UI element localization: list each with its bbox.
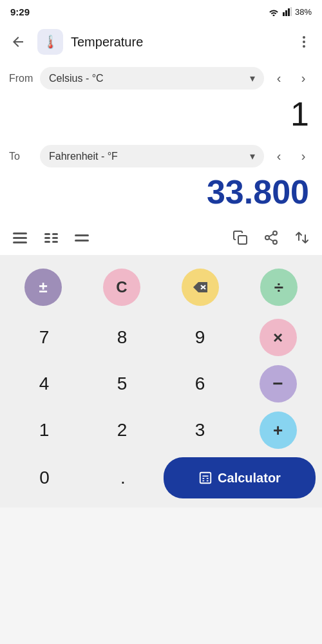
from-unit-text: Celsius - °C: [49, 73, 104, 84]
back-icon: [10, 34, 26, 50]
key-1[interactable]: 1: [6, 407, 82, 453]
back-button[interactable]: [6, 30, 30, 53]
list-full-button[interactable]: [9, 227, 31, 249]
divide-button[interactable]: ÷: [260, 269, 298, 306]
wifi-icon: [268, 7, 279, 16]
minus-button[interactable]: −: [260, 365, 297, 402]
svg-point-6: [303, 45, 305, 48]
toolbar: [0, 223, 322, 255]
multiply-btn-wrap: ×: [240, 314, 316, 361]
bottom-row: 0 . Calculator: [6, 455, 316, 501]
svg-point-10: [273, 240, 277, 244]
to-dropdown-arrow: ▾: [250, 150, 255, 162]
signal-icon: [283, 7, 292, 16]
list-cols-button[interactable]: [40, 227, 62, 249]
row-456: 4 5 6 −: [6, 361, 316, 407]
svg-rect-2: [288, 8, 290, 16]
to-next-button[interactable]: ›: [294, 147, 313, 166]
svg-point-4: [303, 36, 305, 39]
keypad: ± C ÷ 7 8 9 × 4 5 6: [0, 255, 322, 507]
key-0[interactable]: 0: [6, 455, 82, 501]
plus-btn-wrap: +: [240, 407, 316, 453]
backspace-button[interactable]: [182, 269, 219, 306]
clear-btn-wrap: C: [85, 264, 158, 310]
calculator-label: Calculator: [218, 471, 281, 486]
key-2[interactable]: 2: [84, 407, 160, 453]
from-prev-button[interactable]: ‹: [269, 69, 289, 88]
from-next-button[interactable]: ›: [294, 69, 313, 88]
to-label: To: [9, 151, 35, 162]
from-label: From: [9, 73, 35, 84]
more-button[interactable]: [292, 30, 316, 53]
input-value: 1: [9, 92, 313, 138]
battery-text: 38%: [295, 7, 312, 17]
key-7[interactable]: 7: [6, 314, 82, 361]
more-icon: [296, 34, 312, 50]
svg-rect-1: [285, 10, 287, 16]
clear-button[interactable]: C: [103, 269, 140, 306]
svg-rect-15: [200, 473, 211, 484]
key-9[interactable]: 9: [162, 314, 238, 361]
calculator-icon: [198, 471, 213, 485]
toolbar-right: [229, 227, 313, 249]
plus-button[interactable]: +: [260, 412, 297, 449]
list-full-icon: [13, 232, 27, 243]
list-two-icon: [75, 234, 89, 242]
list-two-button[interactable]: [71, 227, 93, 249]
status-time: 9:29: [10, 6, 30, 17]
svg-rect-3: [290, 7, 292, 16]
svg-rect-7: [238, 236, 247, 244]
from-dropdown-arrow: ▾: [250, 72, 255, 84]
svg-line-11: [269, 239, 274, 242]
status-icons: 38%: [268, 7, 312, 17]
converter-area: From Celsius - °C ▾ ‹ › 1 To Fahrenheit …: [0, 61, 322, 223]
toolbar-left: [9, 227, 93, 249]
to-row: To Fahrenheit - °F ▾ ‹ ›: [9, 138, 313, 170]
special-buttons-row: ± C ÷: [6, 264, 316, 310]
plusminus-btn-wrap: ±: [6, 264, 80, 310]
result-value: 33.800: [9, 170, 313, 216]
divide-btn-wrap: ÷: [242, 264, 316, 310]
svg-rect-0: [283, 12, 285, 16]
app-icon: 🌡️: [37, 29, 63, 55]
share-button[interactable]: [260, 227, 282, 249]
to-unit-selector[interactable]: Fahrenheit - °F ▾: [40, 145, 264, 167]
copy-button[interactable]: [229, 227, 251, 249]
plusminus-button[interactable]: ±: [24, 269, 62, 306]
svg-point-8: [273, 231, 277, 235]
svg-point-5: [303, 41, 305, 43]
key-6[interactable]: 6: [162, 361, 238, 407]
status-bar: 9:29 38%: [0, 0, 322, 23]
backspace-icon: [192, 281, 209, 294]
calculator-button[interactable]: Calculator: [164, 457, 316, 498]
row-789: 7 8 9 ×: [6, 314, 316, 361]
svg-point-9: [265, 236, 269, 240]
key-8[interactable]: 8: [84, 314, 160, 361]
svg-line-12: [269, 234, 274, 237]
swap-button[interactable]: [291, 227, 313, 249]
swap-icon: [294, 230, 310, 245]
copy-icon: [232, 230, 248, 245]
key-dot[interactable]: .: [85, 455, 161, 501]
multiply-button[interactable]: ×: [260, 319, 297, 356]
to-unit-text: Fahrenheit - °F: [49, 151, 118, 162]
app-icon-symbol: 🌡️: [43, 34, 59, 50]
minus-btn-wrap: −: [240, 361, 316, 407]
list-cols-icon: [44, 233, 58, 243]
key-4[interactable]: 4: [6, 361, 82, 407]
to-prev-button[interactable]: ‹: [269, 147, 289, 166]
key-5[interactable]: 5: [84, 361, 160, 407]
from-unit-selector[interactable]: Celsius - °C ▾: [40, 67, 264, 90]
backspace-btn-wrap: [164, 264, 237, 310]
row-123: 1 2 3 +: [6, 407, 316, 453]
top-bar: 🌡️ Temperature: [0, 23, 322, 61]
from-row: From Celsius - °C ▾ ‹ ›: [9, 61, 313, 92]
page-title: Temperature: [71, 35, 285, 50]
share-icon: [263, 230, 279, 245]
key-3[interactable]: 3: [162, 407, 238, 453]
